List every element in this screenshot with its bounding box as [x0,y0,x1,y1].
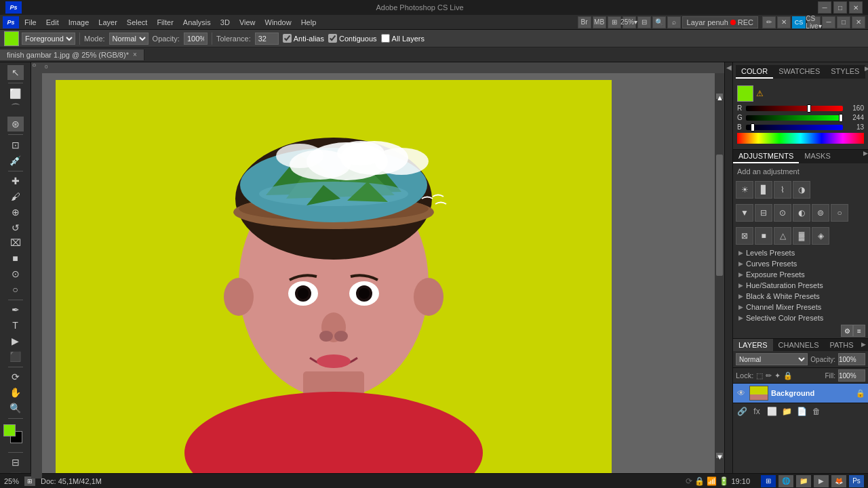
marquee-tool[interactable]: ⬜ [7,86,24,101]
blur-tool[interactable]: ⊙ [7,266,24,281]
3d-rotate-tool[interactable]: ⟳ [7,370,24,385]
path-selection-tool[interactable]: ▶ [7,333,24,348]
bridge-icon[interactable]: Br [578,16,591,28]
window-buttons[interactable]: ─ □ ✕ [818,1,863,14]
menu-edit[interactable]: Edit [42,17,63,28]
maximize-button[interactable]: □ [833,1,847,14]
crop-tool[interactable]: ⊡ [7,138,24,152]
pencil-icon[interactable]: ✏ [762,16,776,28]
selective-color-presets[interactable]: ▶ Selective Color Presets [733,312,868,323]
foreground-color-swatch-toolbar[interactable] [3,424,16,436]
mode-select[interactable]: Normal [109,33,149,45]
type-tool[interactable]: T [7,318,24,333]
eyedropper-tool[interactable]: 💉 [7,153,24,168]
menu-help[interactable]: Help [297,17,321,28]
color-spectrum[interactable] [737,133,864,144]
x-icon[interactable]: ✕ [777,16,791,28]
menu-select[interactable]: Select [123,17,152,28]
brightness-icon[interactable]: ☀ [736,181,753,199]
channel-mixer-presets[interactable]: ▶ Channel Mixer Presets [733,302,868,312]
vertical-scrollbar[interactable]: ▲ ▼ [715,73,724,479]
selective-color-icon[interactable]: ◈ [812,227,829,245]
gradient-map-icon[interactable]: ▓ [793,227,810,245]
panel-collapse-bar[interactable]: ◀ [724,62,732,488]
mini-bridge-icon[interactable]: MB [593,16,606,28]
quick-select-tool[interactable]: ⊛ [7,117,24,131]
opacity-input[interactable] [184,33,208,45]
minimize-button[interactable]: ─ [818,1,831,14]
levels-presets[interactable]: ▶ Levels Presets [733,247,868,258]
quick-mask-button[interactable]: ⊟ [7,455,24,470]
new-group-icon[interactable]: 📁 [781,405,793,418]
brush-tool[interactable]: 🖌 [7,189,24,204]
tab-styles[interactable]: STYLES [825,65,865,79]
tab-channels[interactable]: CHANNELS [773,339,825,351]
cs-live-label[interactable]: CS Live▾ [807,16,821,28]
photo-filter-icon[interactable]: ⊚ [812,204,829,222]
color-preview-swatch[interactable] [737,85,753,102]
tab-adjustments[interactable]: ADJUSTMENTS [733,150,799,163]
g-slider-thumb[interactable] [839,114,843,122]
recording-button[interactable]: Layar penuh REC [682,16,758,28]
v-scroll-up[interactable]: ▲ [716,94,723,99]
tab-layers[interactable]: LAYERS [733,339,773,351]
anti-alias-label[interactable]: Anti-alias [283,34,324,43]
r-slider-thumb[interactable] [807,104,811,113]
rotate-icon[interactable]: ⌕ [667,16,681,28]
lock-all-icon[interactable]: 🔒 [783,371,793,380]
cs-live-icon[interactable]: CS [792,16,806,28]
move-tool[interactable]: ↖ [7,65,24,80]
zoom-tool[interactable]: 🔍 [7,401,24,415]
zoom-dropdown[interactable]: 25%▾ [623,16,636,28]
bw-icon[interactable]: ◐ [793,204,810,222]
bw-presets[interactable]: ▶ Black & White Presets [733,291,868,302]
tolerance-input[interactable] [255,33,279,45]
win-min[interactable]: ─ [822,16,835,28]
gradient-tool[interactable]: ■ [7,251,24,266]
media-icon[interactable]: ▶ [814,475,829,487]
ps-taskbar-icon[interactable]: Ps [849,475,864,487]
r-slider-track[interactable] [746,106,843,111]
posterize-icon[interactable]: ■ [755,227,772,245]
tab-paths[interactable]: PATHS [825,339,859,351]
v-scroll-down[interactable]: ▼ [716,453,723,458]
layer-visibility-eye[interactable]: 👁 [736,388,747,399]
contiguous-label[interactable]: Contiguous [328,34,377,43]
color-balance-icon[interactable]: ⊙ [774,204,791,222]
layers-panel-collapse[interactable]: ▶ [859,339,868,351]
tab-masks[interactable]: MASKS [799,150,836,163]
shape-tool[interactable]: ⬛ [7,349,24,364]
new-layer-icon[interactable]: 📄 [795,405,808,418]
add-mask-icon[interactable]: ⬜ [766,405,778,418]
channel-mixer-icon[interactable]: ○ [831,204,848,222]
eraser-tool[interactable]: ⌧ [7,236,24,251]
anti-alias-checkbox[interactable] [283,34,292,43]
tab-swatches[interactable]: SWATCHES [773,65,825,79]
firefox-icon[interactable]: 🦊 [831,475,846,487]
hand-tool[interactable]: ✋ [7,385,24,400]
lock-paint-icon[interactable]: ✏ [766,371,772,380]
healing-brush-tool[interactable]: ✚ [7,174,24,188]
foreground-dropdown[interactable]: Foreground [22,33,75,45]
hue-sat-presets[interactable]: ▶ Hue/Saturation Presets [733,280,868,291]
color-panel-collapse[interactable]: ▶ [865,65,868,79]
hue-sat-icon[interactable]: ⊟ [755,204,772,222]
threshold-icon[interactable]: △ [774,227,791,245]
history-brush-tool[interactable]: ↺ [7,220,24,235]
win-max[interactable]: □ [837,16,850,28]
adj-list-icon[interactable]: ≡ [853,325,865,337]
menu-analysis[interactable]: Analysis [179,17,215,28]
document-close-button[interactable]: × [133,51,137,58]
link-layers-icon[interactable]: 🔗 [736,405,748,418]
b-slider-thumb[interactable] [751,123,755,131]
exposure-icon[interactable]: ◑ [793,181,810,199]
curves-icon[interactable]: ⌇ [774,181,791,199]
folder-icon[interactable]: 📁 [796,475,811,487]
invert-icon[interactable]: ⊠ [736,227,753,245]
all-layers-checkbox[interactable] [381,34,390,43]
ie-icon[interactable]: 🌐 [778,475,793,487]
curves-presets[interactable]: ▶ Curves Presets [733,258,868,269]
menu-image[interactable]: Image [64,17,94,28]
levels-icon[interactable]: ▊ [755,181,772,199]
lock-move-icon[interactable]: ✦ [774,371,781,380]
